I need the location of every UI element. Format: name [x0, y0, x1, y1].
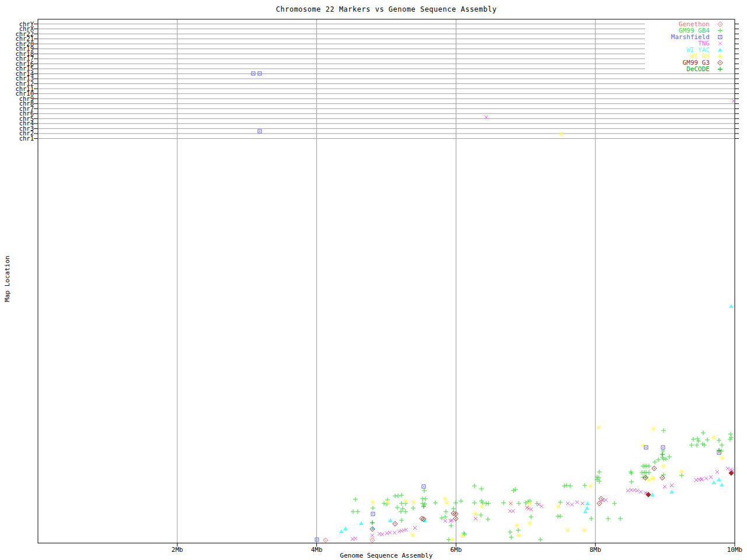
point-gm99-gb4	[629, 470, 633, 474]
point-tng	[704, 477, 708, 480]
point-tng	[508, 509, 512, 513]
point-wi-rh	[566, 528, 570, 533]
point-wi-rh	[556, 504, 561, 509]
point-gm99-gb4	[449, 523, 453, 528]
point-gm99-gb4	[656, 457, 661, 462]
x-axis-title: Genome Sequence Assembly	[38, 552, 735, 559]
point-wi-yac	[583, 509, 588, 513]
point-gm99-gb4	[667, 454, 672, 459]
point-tng	[444, 519, 447, 523]
point-gm99-gb4	[395, 505, 400, 510]
point-gm99-gb4	[508, 530, 512, 534]
point-gm99-gb4	[382, 501, 386, 506]
point-gm99-gb4	[399, 501, 404, 506]
legend-item-decode: DeCODE	[671, 66, 725, 72]
point-wi-rh	[445, 501, 449, 505]
wi-rh-symbol-icon	[715, 53, 725, 60]
point-tng	[354, 537, 357, 540]
point-tng	[474, 517, 477, 520]
decode-symbol-icon	[715, 66, 725, 72]
legend-symbol	[718, 48, 722, 52]
point-gm99-gb4	[399, 518, 404, 523]
point-gm99-gb4	[472, 501, 477, 505]
point-gm99-gb4	[423, 502, 427, 506]
point-wi-yac	[669, 489, 674, 494]
point-wi-yac	[711, 480, 716, 484]
point-wi-rh	[711, 435, 716, 440]
point-gm99-gb4	[439, 516, 444, 520]
point-gm99-gb4	[433, 501, 438, 505]
point-genethon	[370, 538, 375, 542]
point-wi-rh	[473, 512, 478, 516]
point-gm99-gb4	[529, 514, 533, 519]
point-tng	[566, 502, 570, 505]
point-gm99-gb4	[695, 436, 700, 441]
point-gm99-gb4	[451, 506, 456, 511]
point-tng	[604, 498, 608, 502]
point-wi-yac	[343, 526, 348, 530]
point-wi-rh	[386, 500, 390, 505]
point-gm99-gb4	[629, 471, 634, 475]
point-gm99-gb4	[629, 480, 634, 484]
point-wi-rh	[460, 534, 465, 538]
point-wi-rh	[582, 528, 587, 533]
point-tng	[663, 485, 666, 488]
chart-canvas: Chromosome 22 Markers vs Genome Sequence…	[0, 0, 747, 560]
point-gm99-gb4	[479, 513, 483, 517]
point-wi-rh	[651, 426, 656, 431]
legend-symbol	[718, 67, 722, 72]
point-gm99-gb4	[694, 443, 699, 447]
point-tng	[397, 530, 401, 533]
genethon-symbol-icon	[715, 21, 725, 27]
point-gm99-gb4	[420, 501, 425, 506]
legend-label: DeCODE	[686, 66, 710, 72]
point-marshfield	[371, 512, 375, 516]
point-gm99-gb4	[353, 497, 358, 502]
point-wi-yac	[339, 529, 344, 533]
point-tng	[402, 528, 406, 532]
point-gm99-gb4	[486, 517, 490, 522]
point-wi-rh	[651, 477, 655, 481]
point-gm99-gb4	[696, 439, 701, 443]
point-gm99-gb4	[661, 428, 666, 433]
point-gm99-gb4	[422, 488, 427, 493]
point-wi-yac	[717, 477, 721, 481]
point-wi-rh	[515, 523, 519, 528]
point-tng	[570, 503, 574, 506]
point-gm99-gb4	[486, 501, 491, 506]
point-gm99-gb4	[612, 501, 617, 506]
point-gm99-gb4	[705, 438, 710, 442]
point-gm99-gb4	[351, 509, 355, 514]
tng-symbol-icon	[715, 40, 725, 47]
point-wi-yac	[729, 304, 734, 308]
point-gm99-gb4	[701, 430, 706, 435]
legend-symbol	[718, 29, 722, 33]
point-tng	[450, 519, 453, 522]
point-wi-rh	[450, 537, 455, 542]
point-marshfield	[422, 485, 425, 488]
point-gm99-g3	[660, 475, 665, 480]
point-gm99-gb4	[689, 443, 694, 447]
marshfield-symbol-icon	[715, 34, 725, 40]
y-tick-label-chr1: chr1	[1, 136, 34, 141]
point-gm99-gb4	[647, 470, 651, 475]
point-gm99-gb4	[647, 464, 651, 468]
point-gm99-gb4	[691, 437, 696, 442]
point-gm99-gb4	[509, 535, 514, 540]
point-tng	[636, 489, 639, 492]
point-gm99-gb4	[558, 514, 563, 519]
point-gm99-gb4	[459, 499, 463, 503]
point-wi-rh	[443, 496, 448, 501]
point-wi-rh	[371, 500, 375, 505]
point-gm99-gb4	[618, 516, 623, 521]
point-tng	[630, 488, 633, 492]
point-tng	[529, 508, 533, 511]
point-wi-yac	[388, 518, 393, 522]
point-gm99-gb4	[717, 438, 721, 443]
point-gm99-gb4	[597, 470, 602, 474]
point-wi-rh	[559, 132, 564, 136]
point-gm99-g3	[643, 475, 648, 480]
point-gm99-gb4	[472, 484, 477, 488]
legend-symbol	[718, 36, 722, 39]
point-wi-rh	[679, 470, 684, 474]
